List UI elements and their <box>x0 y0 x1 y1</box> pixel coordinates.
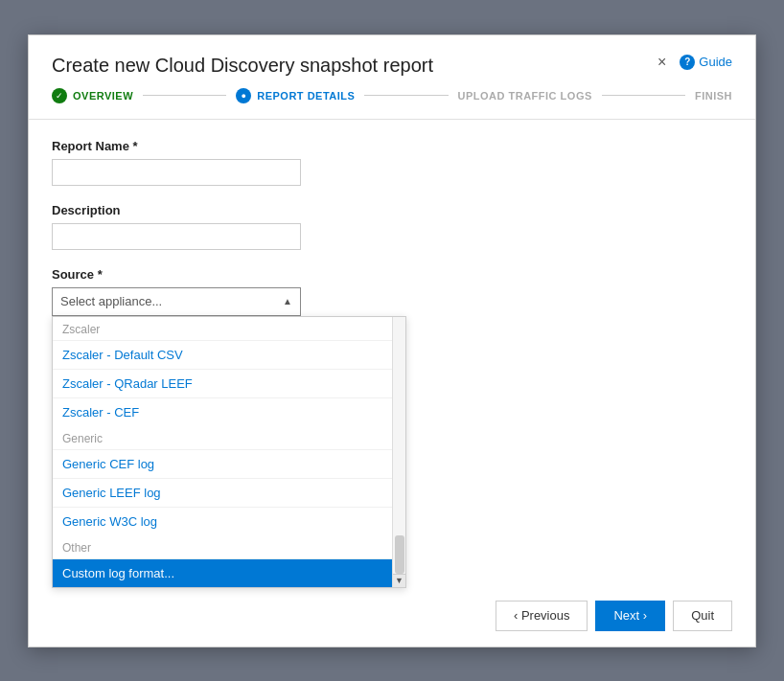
description-label: Description <box>52 203 732 217</box>
source-group: Source * Select appliance... ▲ Zscaler Z… <box>52 267 732 588</box>
steps-bar: ✓ OVERVIEW ● REPORT DETAILS UPLOAD TRAFF… <box>29 88 755 120</box>
header-right: × ? Guide <box>654 55 732 70</box>
dropdown-inner: Zscaler Zscaler - Default CSV Zscaler - … <box>53 317 405 587</box>
group-header-generic: Generic <box>53 426 405 449</box>
quit-button[interactable]: Quit <box>673 601 732 631</box>
step-report-details-label: REPORT DETAILS <box>257 90 355 102</box>
guide-link[interactable]: ? Guide <box>680 55 732 70</box>
scrollbar-thumb <box>395 535 404 574</box>
dialog-title: Create new Cloud Discovery snapshot repo… <box>52 55 433 77</box>
step-overview-label: OVERVIEW <box>73 90 133 102</box>
step-report-details: ● REPORT DETAILS <box>236 88 355 103</box>
dialog-footer: ‹ Previous Next › Quit <box>29 585 755 647</box>
source-dropdown-list: Zscaler Zscaler - Default CSV Zscaler - … <box>52 316 406 588</box>
dropdown-item-generic-cef-log[interactable]: Generic CEF log <box>53 449 405 478</box>
description-group: Description <box>52 203 732 250</box>
report-name-label: Report Name * <box>52 139 732 153</box>
dropdown-item-zscaler-cef[interactable]: Zscaler - CEF <box>53 397 405 426</box>
dropdown-scrollbar: ▼ <box>392 317 405 587</box>
dropdown-item-generic-w3c-log[interactable]: Generic W3C log <box>53 507 405 535</box>
dropdown-item-zscaler-qradar-leef[interactable]: Zscaler - QRadar LEEF <box>53 369 405 397</box>
step-line-1 <box>143 95 226 96</box>
group-header-other: Other <box>53 535 405 558</box>
form-body: Report Name * Description Source * Selec… <box>29 120 755 624</box>
step-overview-icon: ✓ <box>52 88 67 103</box>
report-name-group: Report Name * <box>52 139 732 186</box>
create-snapshot-dialog: Create new Cloud Discovery snapshot repo… <box>28 34 756 647</box>
dropdown-item-zscaler-default-csv[interactable]: Zscaler - Default CSV <box>53 340 405 369</box>
step-line-2 <box>364 95 448 96</box>
close-button[interactable]: × <box>654 55 670 70</box>
step-finish-label: FINISH <box>695 90 732 102</box>
step-report-details-icon: ● <box>236 88 251 103</box>
scrollbar-down-arrow[interactable]: ▼ <box>393 574 406 587</box>
chevron-up-icon: ▲ <box>283 296 292 306</box>
guide-icon: ? <box>680 55 695 70</box>
guide-label: Guide <box>699 55 732 69</box>
dropdown-item-generic-leef-log[interactable]: Generic LEEF log <box>53 478 405 507</box>
description-input[interactable] <box>52 223 301 250</box>
step-line-3 <box>602 95 685 96</box>
step-upload-traffic-logs: UPLOAD TRAFFIC LOGS <box>458 90 592 102</box>
dropdown-item-custom-log-format[interactable]: Custom log format... <box>53 558 405 587</box>
source-dropdown-trigger[interactable]: Select appliance... ▲ <box>52 287 301 316</box>
step-upload-traffic-logs-label: UPLOAD TRAFFIC LOGS <box>458 90 592 102</box>
step-overview: ✓ OVERVIEW <box>52 88 133 103</box>
report-name-input[interactable] <box>52 159 301 186</box>
source-dropdown-placeholder: Select appliance... <box>60 294 162 308</box>
group-header-zscaler: Zscaler <box>53 317 405 340</box>
step-finish: FINISH <box>695 90 732 102</box>
next-button[interactable]: Next › <box>595 601 665 631</box>
source-label: Source * <box>52 267 732 282</box>
dialog-header: Create new Cloud Discovery snapshot repo… <box>29 35 755 88</box>
previous-button[interactable]: ‹ Previous <box>496 601 588 631</box>
